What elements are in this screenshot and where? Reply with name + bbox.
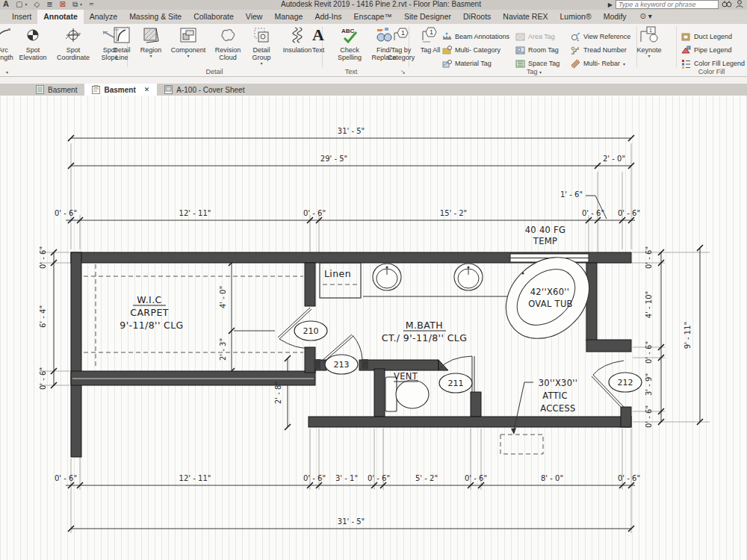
search-binoculars-icon[interactable] <box>722 0 732 8</box>
tag-by-category-icon: 1 <box>391 25 411 45</box>
region-button[interactable]: Region ▾ <box>136 25 166 58</box>
attic-note-2: ATTIC <box>542 391 568 401</box>
tab-annotate[interactable]: Annotate <box>37 10 84 24</box>
text-tool-icon[interactable]: A <box>3 0 9 9</box>
tab-modify[interactable]: Modify <box>598 10 633 24</box>
svg-text:8' - 0": 8' - 0" <box>541 474 563 482</box>
mbath-ceiling-label: CT./ 9'-11/8'' CLG <box>382 332 467 343</box>
pipe-legend-button[interactable]: Pipe Legend <box>681 44 732 56</box>
tub-note-2: OVAL TUB <box>528 299 573 309</box>
check-spelling-button[interactable]: ABC Check Spelling <box>333 25 366 61</box>
keynote-dropdown-icon[interactable]: ▾ <box>648 54 650 58</box>
dropdown-arrow-icon[interactable]: ▾ <box>25 1 27 7</box>
svg-text:2' - 8": 2' - 8" <box>274 382 282 404</box>
svg-text:0' - 6": 0' - 6" <box>368 474 390 482</box>
room-tag-button[interactable]: Room Tag <box>515 44 559 56</box>
material-tag-button[interactable]: Material Tag <box>442 57 492 69</box>
search-input[interactable] <box>616 0 719 9</box>
door-tag-211: 211 <box>439 373 472 393</box>
tab-massing-site[interactable]: Massing & Site <box>123 10 187 24</box>
component-button[interactable]: Component ▾ <box>167 25 209 58</box>
section-icon[interactable]: ◇ <box>34 0 40 9</box>
wic-label: W.I.C <box>137 294 161 305</box>
detail-panel-label[interactable]: Detail <box>179 68 249 75</box>
customize-qat-icon[interactable]: ≂ <box>89 0 94 9</box>
tab-view[interactable]: View <box>240 10 269 24</box>
multi-rebar-dropdown-icon[interactable]: ▾ <box>623 61 625 66</box>
tab-insert[interactable]: Insert <box>6 10 37 24</box>
svg-text:0' - 6": 0' - 6" <box>645 405 653 428</box>
drawing-canvas[interactable]: 210 213 211 212 W.I.C CARPET 9'-11/8'' C… <box>0 96 747 560</box>
tab-manage[interactable]: Manage <box>268 10 309 24</box>
material-tag-icon <box>442 59 452 69</box>
detail-group-button[interactable]: Detail Group ▾ <box>247 25 276 66</box>
tab-add-ins[interactable]: Add-Ins <box>309 10 347 24</box>
view-reference-button[interactable]: 1 View Reference <box>571 31 630 43</box>
room-tag-icon <box>515 46 525 55</box>
window-note-1: 40 40 FG <box>525 225 566 235</box>
dropdown-arrow-icon[interactable]: ▾ <box>80 1 82 7</box>
multi-rebar-button[interactable]: Multi- Rebar ▾ <box>571 57 625 69</box>
linen-label: Linen <box>324 268 351 279</box>
tag-by-category-button[interactable]: 1 Tag by Category <box>384 25 418 61</box>
schedule-view-icon <box>36 85 44 94</box>
tag-all-button[interactable]: 1 Tag All <box>418 25 442 54</box>
attic-note-1: 30''X30'' <box>539 378 578 388</box>
svg-text:0' - 6": 0' - 6" <box>645 246 653 269</box>
detail-line-button[interactable]: Detail Line <box>108 25 136 61</box>
view-tab-basment-1[interactable]: Basment <box>28 84 84 96</box>
tread-number-button[interactable]: Tread Number <box>571 44 627 56</box>
svg-text:12' - 11": 12' - 11" <box>179 474 211 482</box>
revision-cloud-button[interactable]: Revision Cloud <box>211 25 245 61</box>
spot-elevation-button[interactable]: Spot Elevation <box>15 25 51 61</box>
search-expand-icon[interactable]: ▶ <box>608 1 613 8</box>
tab-analyze[interactable]: Analyze <box>84 10 123 24</box>
tread-number-icon <box>571 46 580 55</box>
dimension-ticks <box>51 135 703 532</box>
svg-text:0' - 6": 0' - 6" <box>618 474 640 482</box>
ribbon-tab-bar: Insert Annotate Analyze Massing & Site C… <box>0 10 747 24</box>
dimension-panel-dropdown-icon[interactable]: ▾ <box>6 69 8 75</box>
tab-enscape[interactable]: Enscape™ <box>348 10 398 24</box>
view-reference-icon: 1 <box>571 32 580 42</box>
text-panel-launcher-icon[interactable]: ↘ <box>400 69 406 75</box>
component-dropdown-icon[interactable]: ▾ <box>187 54 189 58</box>
wic-finish-label: CARPET <box>130 307 168 318</box>
switch-windows-icon[interactable]: ⧉ <box>72 0 78 9</box>
detail-group-dropdown-icon[interactable]: ▾ <box>260 61 262 66</box>
tab-lumion[interactable]: Lumion® <box>554 10 597 24</box>
svg-text:0' - 6": 0' - 6" <box>303 209 326 217</box>
text-button[interactable]: A Text <box>305 25 332 54</box>
svg-text:0' - 6": 0' - 6" <box>618 209 640 217</box>
tab-naviate-rex[interactable]: Naviate REX <box>497 10 554 24</box>
svg-text:4' - 0": 4' - 0" <box>219 286 227 308</box>
tab-diroots[interactable]: DiRoots <box>457 10 497 24</box>
text-panel-label[interactable]: Text <box>321 68 381 75</box>
panel-display-toggle[interactable]: ⊙ ▾ <box>633 10 657 24</box>
default-3d-view-icon[interactable]: ▢ <box>16 0 22 9</box>
schedule-icon[interactable]: ≣ <box>46 0 52 9</box>
duct-legend-button[interactable]: Duct Legend <box>681 31 732 43</box>
view-tab-basment-2[interactable]: Basment ✕ <box>84 84 157 96</box>
view-tab-cover-sheet[interactable]: A-100 - Cover Sheet <box>157 84 252 96</box>
color-fill-panel-label[interactable]: Color Fill <box>676 68 747 75</box>
multi-category-button[interactable]: Multi- Category <box>442 44 500 56</box>
revision-cloud-icon <box>218 25 238 45</box>
window-note-2: TEMP <box>533 236 557 246</box>
spot-coordinate-button[interactable]: Spot Coordinate <box>51 25 96 61</box>
close-hidden-icon[interactable]: ⊠ <box>60 0 66 9</box>
close-view-icon[interactable]: ✕ <box>144 86 150 93</box>
beam-annotations-button[interactable]: Beam Annotations <box>442 31 509 43</box>
quick-access-toolbar: A ▢▾ ◇ ≣ ⊠ ⧉▾ ≂ <box>3 0 94 10</box>
sign-in-icon[interactable] <box>735 0 744 8</box>
keynote-button[interactable]: 1 Keynote ▾ <box>630 25 668 58</box>
tab-collaborate[interactable]: Collaborate <box>187 10 240 24</box>
region-dropdown-icon[interactable]: ▾ <box>149 54 152 58</box>
multi-rebar-icon <box>571 59 580 69</box>
svg-text:4' - 10": 4' - 10" <box>645 291 653 318</box>
svg-text:212: 212 <box>618 378 633 388</box>
svg-text:0' - 6": 0' - 6" <box>39 367 47 390</box>
tag-panel-label[interactable]: Tag ▾ <box>500 68 568 75</box>
tag-panel-dropdown-icon: ▾ <box>539 70 542 75</box>
tab-site-designer[interactable]: Site Designer <box>398 10 457 24</box>
